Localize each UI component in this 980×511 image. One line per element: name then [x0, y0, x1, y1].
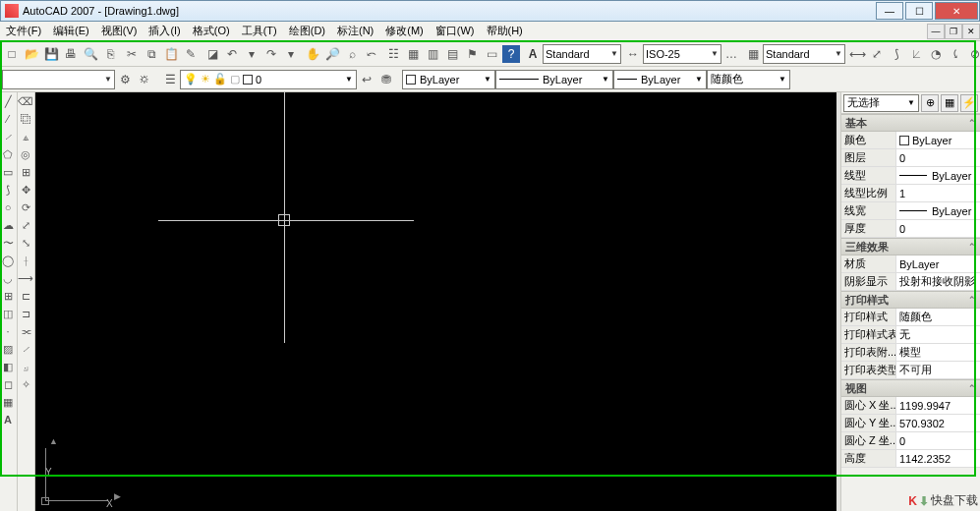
undo-drop-icon[interactable]: ▾	[243, 45, 260, 63]
zoom-prev-icon[interactable]: ⤺	[363, 45, 380, 63]
cat-basic[interactable]: 基本⌃	[841, 114, 980, 132]
scale-icon[interactable]: ⤢	[18, 217, 33, 233]
mirror-icon[interactable]: ⟁	[18, 129, 33, 144]
menu-insert[interactable]: 插入(I)	[144, 23, 184, 39]
dc-icon[interactable]: ▦	[404, 45, 422, 63]
dim-diameter-icon[interactable]: ⊘	[966, 45, 980, 63]
properties-icon[interactable]: ☷	[384, 45, 402, 63]
redo-icon[interactable]: ↷	[262, 45, 280, 63]
arc-icon[interactable]: ⟆	[0, 182, 16, 198]
cut-icon[interactable]: ✂	[123, 45, 141, 63]
menu-file[interactable]: 文件(F)	[2, 23, 45, 39]
fillet-icon[interactable]: ⟓	[18, 359, 33, 374]
menu-help[interactable]: 帮助(H)	[483, 23, 527, 39]
xline-icon[interactable]: ∕	[0, 111, 16, 127]
dim-ord-icon[interactable]: ⟀	[907, 45, 925, 63]
copy-obj-icon[interactable]: ⿻	[18, 111, 33, 127]
textstyle-dropdown[interactable]: Standard▼	[543, 44, 621, 64]
tp-icon[interactable]: ▥	[424, 45, 441, 63]
calc-icon[interactable]: ▭	[483, 45, 500, 63]
mdi-restore-button[interactable]: ❐	[945, 24, 962, 39]
zoom-win-icon[interactable]: ⌕	[343, 45, 361, 63]
join-icon[interactable]: ⫘	[18, 323, 33, 339]
menu-format[interactable]: 格式(O)	[189, 23, 234, 39]
insert-icon[interactable]: ⊞	[0, 288, 16, 304]
plotstyle-dropdown[interactable]: 随颜色▼	[707, 70, 790, 89]
revcloud-icon[interactable]: ☁	[0, 217, 16, 233]
ssm-icon[interactable]: ▤	[443, 45, 461, 63]
dim-more-icon[interactable]: …	[722, 45, 740, 63]
workspace-dropdown[interactable]: ▼	[2, 70, 115, 89]
tablestyle-dropdown[interactable]: Standard▼	[763, 44, 845, 64]
cat-view[interactable]: 视图⌃	[841, 379, 980, 397]
ellipse-icon[interactable]: ◯	[0, 253, 16, 268]
open-icon[interactable]: 📂	[23, 45, 40, 63]
layer-prev-icon[interactable]: ↩	[358, 71, 375, 88]
polygon-icon[interactable]: ⬠	[0, 146, 16, 162]
chamfer-icon[interactable]: ⟋	[18, 341, 33, 357]
maximize-button[interactable]: ☐	[905, 2, 933, 20]
plot-icon[interactable]: 🖶	[62, 45, 80, 63]
block-icon[interactable]: ◪	[203, 45, 221, 63]
textstyle-icon[interactable]: A	[524, 45, 542, 63]
dim-linear-icon[interactable]: ⟷	[848, 45, 866, 63]
quickselect-icon[interactable]: ⊕	[921, 94, 939, 112]
menu-window[interactable]: 窗口(W)	[432, 23, 479, 39]
rotate-icon[interactable]: ⟳	[18, 199, 33, 215]
table-icon[interactable]: ▦	[0, 394, 16, 410]
line-icon[interactable]: ╱	[0, 93, 16, 109]
menu-dim[interactable]: 标注(N)	[333, 23, 377, 39]
layer-states-icon[interactable]: ⛃	[377, 71, 395, 88]
markup-icon[interactable]: ⚑	[463, 45, 481, 63]
pline-icon[interactable]: ⟋	[0, 129, 16, 144]
offset-icon[interactable]: ◎	[18, 146, 33, 162]
publish-icon[interactable]: ⎘	[101, 45, 119, 63]
match-icon[interactable]: ✎	[182, 45, 200, 63]
gradient-icon[interactable]: ◧	[0, 359, 16, 374]
dimstyle-dropdown[interactable]: ISO-25▼	[643, 44, 721, 64]
dim-arc-icon[interactable]: ⟆	[888, 45, 905, 63]
mtext-icon[interactable]: A	[0, 412, 16, 427]
spline-icon[interactable]: 〜	[0, 235, 16, 251]
new-icon[interactable]: □	[3, 45, 21, 63]
paste-icon[interactable]: 📋	[162, 45, 180, 63]
menu-modify[interactable]: 修改(M)	[381, 23, 428, 39]
hatch-icon[interactable]: ▨	[0, 341, 16, 357]
drawing-canvas[interactable]: Y X ▲▶	[35, 92, 836, 511]
mdi-close-button[interactable]: ✕	[962, 24, 980, 39]
point-icon[interactable]: ·	[0, 323, 16, 339]
stretch-icon[interactable]: ⤡	[18, 235, 33, 251]
trim-icon[interactable]: ⟊	[18, 253, 33, 268]
pan-icon[interactable]: ✋	[304, 45, 321, 63]
region-icon[interactable]: ◻	[0, 376, 16, 392]
break-pt-icon[interactable]: ⊏	[18, 288, 33, 304]
dim-radius-icon[interactable]: ◔	[927, 45, 945, 63]
layer-dropdown[interactable]: 💡☀🔓▢ 0 ▼	[180, 70, 357, 89]
cat-3d[interactable]: 三维效果⌃	[841, 238, 980, 256]
layerprops-icon[interactable]: ☰	[161, 71, 179, 88]
lineweight-dropdown[interactable]: ByLayer▼	[613, 70, 707, 89]
menu-tools[interactable]: 工具(T)	[238, 23, 281, 39]
dim-jog-icon[interactable]: ⤹	[947, 45, 964, 63]
selectobj-icon[interactable]: ▦	[941, 94, 958, 112]
zoom-rt-icon[interactable]: 🔎	[323, 45, 341, 63]
minimize-button[interactable]: —	[876, 2, 903, 20]
copy-icon[interactable]: ⧉	[143, 45, 160, 63]
mdi-minimize-button[interactable]: —	[927, 24, 945, 39]
dim-aligned-icon[interactable]: ⤢	[868, 45, 886, 63]
preview-icon[interactable]: 🔍	[82, 45, 99, 63]
tablestyle-icon[interactable]: ▦	[744, 45, 762, 63]
circle-icon[interactable]: ○	[0, 199, 16, 215]
undo-icon[interactable]: ↶	[223, 45, 241, 63]
dimstyle-icon[interactable]: ↔	[624, 45, 642, 63]
rectangle-icon[interactable]: ▭	[0, 164, 16, 180]
menu-edit[interactable]: 编辑(E)	[49, 23, 93, 39]
block-make-icon[interactable]: ◫	[0, 306, 16, 321]
erase-icon[interactable]: ⌫	[18, 93, 33, 109]
explode-icon[interactable]: ✧	[18, 376, 33, 392]
selection-dropdown[interactable]: 无选择▼	[843, 94, 919, 112]
array-icon[interactable]: ⊞	[18, 164, 33, 180]
linetype-dropdown[interactable]: ByLayer▼	[495, 70, 613, 89]
redo-drop-icon[interactable]: ▾	[282, 45, 300, 63]
extend-icon[interactable]: ⟶	[18, 270, 33, 286]
